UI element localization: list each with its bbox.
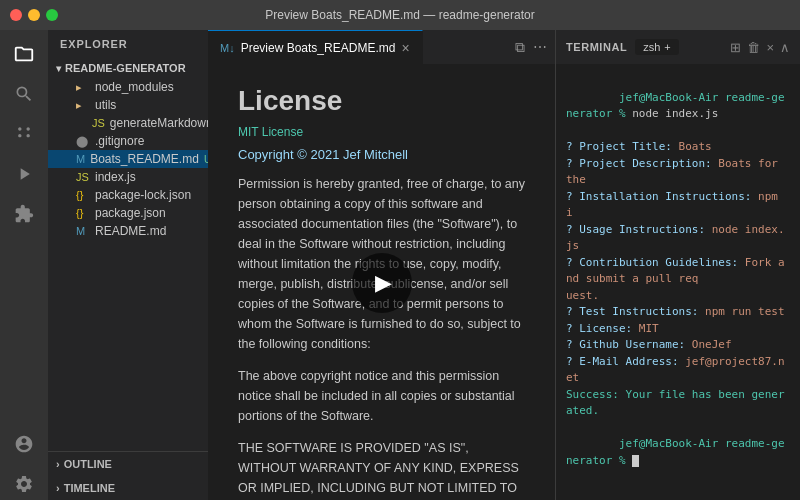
file-label: package-lock.json [95, 188, 191, 202]
tab-icon: M↓ [220, 42, 235, 54]
tree-item-node-modules[interactable]: ▸ node_modules [48, 78, 208, 96]
activity-search[interactable] [8, 78, 40, 110]
md-icon: M [76, 225, 90, 237]
term-line-contrib: ? Contribution Guidelines: Fork and subm… [566, 255, 790, 288]
activity-files[interactable] [8, 38, 40, 70]
editor-content: License MIT License Copyright © 2021 Jef… [208, 65, 555, 500]
file-label: .gitignore [95, 134, 144, 148]
tree-item-boats-readme[interactable]: M Boats_README.md U [48, 150, 208, 168]
file-label: package.json [95, 206, 166, 220]
js-icon: JS [76, 171, 90, 183]
term-line-usage: ? Usage Instructions: node index.js [566, 222, 790, 255]
file-label: node_modules [95, 80, 174, 94]
activity-bar [0, 30, 48, 500]
terminal-panel: TERMINAL zsh + ⊞ 🗑 × ∧ jef@MacBook-Air r… [555, 30, 800, 500]
tree-item-gitignore[interactable]: ⬤ .gitignore [48, 132, 208, 150]
tab-label: Preview Boats_README.md [241, 41, 396, 55]
root-folder[interactable]: ▾ README-GENERATOR [48, 58, 208, 78]
tree-item-utils[interactable]: ▸ utils [48, 96, 208, 114]
root-label: README-GENERATOR [65, 62, 186, 74]
terminal-title-label: TERMINAL [566, 41, 627, 53]
title-bar: Preview Boats_README.md — readme-generat… [0, 0, 800, 30]
maximize-button[interactable] [46, 9, 58, 21]
outline-section[interactable]: › OUTLINE [48, 452, 208, 476]
window-title: Preview Boats_README.md — readme-generat… [265, 8, 534, 22]
active-tab[interactable]: M↓ Preview Boats_README.md × [208, 30, 423, 64]
term-line-title: ? Project Title: Boats [566, 139, 790, 156]
sidebar: EXPLORER ▾ README-GENERATOR ▸ node_modul… [48, 30, 208, 500]
tab-actions: ⧉ ⋯ [515, 30, 555, 64]
terminal-header: TERMINAL zsh + ⊞ 🗑 × ∧ [556, 30, 800, 65]
activity-account[interactable] [8, 428, 40, 460]
term-line-final-prompt: jef@MacBook-Air readme-generator % [566, 420, 790, 486]
more-actions-icon[interactable]: ⋯ [533, 39, 547, 55]
outline-label: OUTLINE [64, 458, 112, 470]
term-line-install: ? Installation Instructions: npm i [566, 189, 790, 222]
file-label: generateMarkdown.js [110, 116, 208, 130]
tree-item-index-js[interactable]: JS index.js [48, 168, 208, 186]
term-line-prompt: jef@MacBook-Air readme-generator % node … [566, 73, 790, 139]
terminal-tab-plus: + [664, 41, 670, 53]
json-icon: {} [76, 207, 90, 219]
zsh-label: zsh [643, 41, 660, 53]
mit-license-link[interactable]: MIT License [238, 125, 303, 139]
folder-icon: ▸ [76, 81, 90, 94]
term-line-success: Success: Your file has been generated. [566, 387, 790, 420]
timeline-label: TIMELINE [64, 482, 115, 494]
warranty-text: THE SOFTWARE IS PROVIDED "AS IS", WITHOU… [238, 438, 525, 500]
copyright-text: Copyright © 2021 Jef Mitchell [238, 147, 525, 162]
tree-item-package-json[interactable]: {} package.json [48, 204, 208, 222]
term-final-prompt: jef@MacBook-Air readme-generator % [566, 437, 785, 467]
terminal-body: jef@MacBook-Air readme-generator % node … [556, 65, 800, 500]
tree-item-readme[interactable]: M README.md [48, 222, 208, 240]
term-line-license: ? License: MIT [566, 321, 790, 338]
term-cmd: node index.js [632, 107, 718, 120]
close-button[interactable] [10, 9, 22, 21]
terminal-controls: ⊞ 🗑 × ∧ [730, 40, 790, 55]
term-line-github: ? Github Username: OneJef [566, 337, 790, 354]
tab-bar: M↓ Preview Boats_README.md × ⧉ ⋯ [208, 30, 555, 65]
sidebar-header: EXPLORER [48, 30, 208, 58]
term-line-test: ? Test Instructions: npm run test [566, 304, 790, 321]
traffic-lights [10, 9, 58, 21]
copyright-notice-text: The above copyright notice and this perm… [238, 366, 525, 426]
term-line-email: ? E-Mail Address: jef@project87.net [566, 354, 790, 387]
terminal-close-icon[interactable]: × [766, 40, 774, 55]
terminal-chevron-icon[interactable]: ∧ [780, 40, 790, 55]
editor-area: M↓ Preview Boats_README.md × ⧉ ⋯ License… [208, 30, 555, 500]
term-cursor [632, 455, 639, 467]
git-icon: ⬤ [76, 135, 90, 148]
file-tree: ▾ README-GENERATOR ▸ node_modules ▸ util… [48, 58, 208, 451]
main-layout: EXPLORER ▾ README-GENERATOR ▸ node_modul… [0, 30, 800, 500]
file-label: Boats_README.md [90, 152, 199, 166]
chevron-right-icon: › [56, 482, 60, 494]
terminal-tab[interactable]: zsh + [635, 39, 679, 55]
tree-item-generate-markdown[interactable]: JS generateMarkdown.js [48, 114, 208, 132]
tree-item-package-lock[interactable]: {} package-lock.json [48, 186, 208, 204]
split-editor-icon[interactable]: ⧉ [515, 39, 525, 56]
term-line-desc: ? Project Description: Boats for the [566, 156, 790, 189]
terminal-trash-icon[interactable]: 🗑 [747, 40, 760, 55]
json-icon: {} [76, 189, 90, 201]
file-label: utils [95, 98, 116, 112]
timeline-section[interactable]: › TIMELINE [48, 476, 208, 500]
license-heading: License [238, 85, 525, 117]
md-icon: M [76, 153, 85, 165]
activity-source-control[interactable] [8, 118, 40, 150]
minimize-button[interactable] [28, 9, 40, 21]
tab-close-button[interactable]: × [401, 41, 409, 55]
play-button[interactable] [352, 253, 412, 313]
file-label: index.js [95, 170, 136, 184]
chevron-down-icon: ▾ [56, 63, 61, 74]
folder-icon: ▸ [76, 99, 90, 112]
sidebar-bottom: › OUTLINE › TIMELINE [48, 451, 208, 500]
term-line-contrib2: uest. [566, 288, 790, 305]
js-icon: JS [92, 117, 105, 129]
activity-run[interactable] [8, 158, 40, 190]
file-label: README.md [95, 224, 166, 238]
activity-settings[interactable] [8, 468, 40, 500]
activity-extensions[interactable] [8, 198, 40, 230]
terminal-split-icon[interactable]: ⊞ [730, 40, 741, 55]
chevron-right-icon: › [56, 458, 60, 470]
